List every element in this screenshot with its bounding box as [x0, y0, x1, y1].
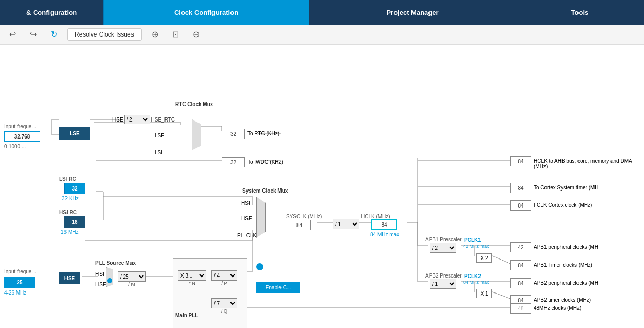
rtc-mux-shape: [192, 119, 201, 150]
pllclk-mux-label: PLLCLK: [237, 233, 256, 238]
lsi-khz: 32 KHz: [62, 196, 79, 201]
input-freq-label-2: Input freque...: [4, 269, 36, 274]
undo-button[interactable]: ↩: [5, 27, 20, 42]
pll-source-mux-label: PLL Source Mux: [95, 260, 136, 266]
cortex-val: 84: [510, 183, 531, 193]
fclk-val: 84: [510, 200, 531, 211]
rtc-label: To RTC (KHz): [247, 131, 279, 136]
redo-button[interactable]: ↪: [26, 27, 40, 42]
refresh-button[interactable]: ↻: [46, 27, 61, 42]
apb1-val: 42: [510, 242, 531, 252]
resolve-clock-button[interactable]: Resolve Clock Issues: [67, 28, 142, 41]
pclk2-max: 84 MHz max: [463, 280, 489, 285]
pclk1-label: PCLK1: [464, 237, 481, 243]
pll-q-area: / 7 / Q: [211, 298, 237, 314]
hse-div2-area: HSE / 2 HSE_RTC: [112, 115, 175, 124]
enable-c-button[interactable]: Enable C...: [256, 282, 300, 293]
top-nav: & Configuration Clock Configuration Proj…: [0, 0, 644, 25]
pll-n-area: X 3... * N: [178, 270, 206, 286]
mhz48-label: 48MHz clocks (MHz): [534, 305, 581, 311]
svg-line-43: [492, 292, 510, 299]
input-range-1: 0-1000 ...: [4, 144, 26, 149]
pll-q-label: / Q: [221, 308, 227, 314]
hsi-rc-label: HSI RC: [59, 210, 77, 215]
input-freq-label-1: Input freque...: [4, 124, 36, 129]
hsi-mux-label: HSI: [241, 200, 250, 206]
cortex-label: To Cortex System timer (MH: [534, 185, 599, 191]
lse-box[interactable]: LSE: [59, 127, 90, 140]
iwdg-label: To IWDG (KHz): [247, 159, 283, 165]
clock-diagram: Input freque... 32.768 0-1000 ... LSE LS…: [0, 44, 644, 328]
apb1-timer-label: APB1 Timer clocks (MHz): [534, 262, 592, 268]
x2-box: X 2: [476, 253, 492, 263]
sysclk-label: SYSCLK (MHz): [286, 214, 322, 219]
lsi-rc-label: LSI RC: [59, 176, 76, 182]
svg-line-39: [492, 256, 510, 264]
lsi-val-box: 32: [64, 183, 85, 194]
lse-mux-label: LSE: [155, 133, 164, 139]
nav-tab-tools[interactable]: Tools: [516, 0, 644, 25]
x1-box: X 1: [476, 289, 492, 298]
lsi-mux-label: LSI: [155, 150, 162, 156]
mhz48-val: 48: [510, 303, 531, 314]
nav-tab-clock[interactable]: Clock Configuration: [103, 0, 309, 25]
pll-m-area: / 25 / M: [118, 271, 146, 287]
hse-sys-mux-label: HSE: [241, 216, 252, 221]
hclk-ahb-label: HCLK to AHB bus, core, memory and DMA (M…: [534, 158, 644, 169]
zoom-out-button[interactable]: ⊖: [189, 27, 204, 42]
apb2-timer-label: APB2 timer clocks (MHz): [534, 297, 591, 303]
pll-source-indicator: [107, 278, 112, 283]
iwdg-out-box: 32: [222, 157, 245, 167]
zoom-fit-button[interactable]: ⊡: [169, 27, 183, 42]
apb1-prescaler-label: APB1 Prescaler: [425, 237, 462, 243]
pll-n-label: * N: [189, 281, 195, 286]
apb2-prescaler-select[interactable]: / 1: [430, 279, 456, 289]
pll-p-select[interactable]: / 4: [211, 270, 237, 281]
pll-p-area: / 4 / P: [211, 270, 237, 286]
zoom-in-button[interactable]: ⊕: [148, 27, 162, 42]
hclk-val-box[interactable]: 84: [371, 219, 397, 230]
apb1-timer-val: 84: [510, 260, 531, 270]
nav-tab-config[interactable]: & Configuration: [0, 0, 103, 25]
input-range-2: 4-26 MHz: [4, 290, 26, 296]
pll-m-select[interactable]: / 25: [118, 271, 146, 282]
rtc-out-box: 32: [222, 129, 245, 139]
system-clock-mux-label: System Clock Mux: [242, 188, 288, 194]
hsi-mhz: 16 MHz: [61, 229, 78, 235]
nav-tab-project[interactable]: Project Manager: [309, 0, 516, 25]
hclk-ahb-val: 84: [510, 156, 531, 166]
pllclk-indicator: [256, 263, 263, 270]
apb1-label: APB1 peripheral clocks (MH: [534, 244, 598, 250]
hsi-val-box: 16: [64, 216, 85, 228]
sysclk-val-box: 84: [288, 220, 311, 230]
apb1-prescaler-select[interactable]: / 2: [430, 243, 456, 253]
pclk2-label: PCLK2: [464, 273, 481, 279]
input-freq-val-2[interactable]: 25: [4, 277, 35, 288]
hsi-pll-label: HSI: [95, 271, 104, 277]
sysclk-mux-shape: [256, 197, 266, 238]
rtc-mux-label: RTC Clock Mux: [175, 101, 213, 107]
pll-m-label: / M: [128, 282, 135, 287]
apb2-label: APB2 peripheral clocks (MH: [534, 280, 598, 286]
apb2-val: 84: [510, 278, 531, 288]
pll-p-label: / P: [221, 281, 227, 286]
main-pll-label: Main PLL: [175, 313, 198, 318]
hclk-max: 84 MHz max: [370, 232, 399, 237]
pll-source-mux-shape: [106, 267, 113, 287]
apb2-prescaler-label: APB2 Prescaler: [425, 273, 462, 279]
apb1-div-area: / 2: [430, 243, 456, 253]
pll-n-select[interactable]: X 3...: [178, 270, 206, 281]
pll-q-select[interactable]: / 7: [211, 298, 237, 308]
fclk-label: FCLK Cortex clock (MHz): [534, 202, 592, 208]
toolbar: ↩ ↪ ↻ Resolve Clock Issues ⊕ ⊡ ⊖: [0, 25, 644, 44]
hse-div2-select[interactable]: / 2: [124, 115, 150, 124]
hse-box[interactable]: HSE: [59, 272, 80, 284]
hse-pll-label: HSE: [95, 282, 106, 287]
input-freq-val-1[interactable]: 32.768: [4, 131, 40, 142]
ahb-prescaler-area: / 1: [333, 219, 359, 229]
ahb-prescaler-select[interactable]: / 1: [333, 219, 359, 229]
pclk1-max: 42 MHz max: [463, 244, 489, 249]
apb2-div-area: / 1: [430, 279, 456, 289]
